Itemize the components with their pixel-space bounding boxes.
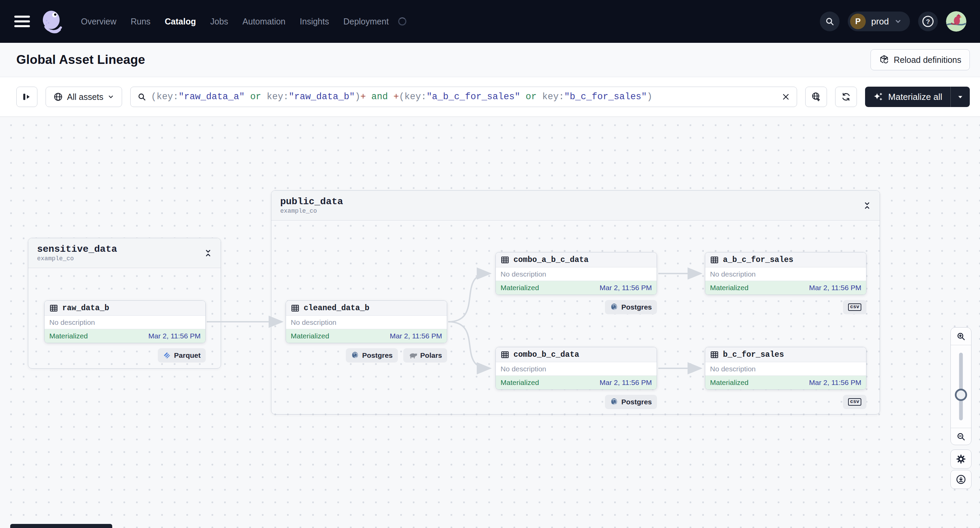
globe-plus-icon (811, 92, 821, 102)
asset-query-input[interactable]: (key: "raw_data_a" or key: "raw_data_b" … (130, 87, 797, 107)
table-icon (501, 255, 509, 264)
environment-switcher[interactable]: P prod (848, 11, 910, 31)
tag-postgres[interactable]: Postgres (346, 348, 398, 363)
asset-scope-selector[interactable]: All assets (46, 87, 122, 107)
view-scope-button[interactable] (805, 87, 827, 107)
asset-name: combo_a_b_c_data (514, 255, 589, 264)
toggle-sidebar-button[interactable] (16, 87, 37, 107)
asset-node-combo_a_b_c_data[interactable]: combo_a_b_c_data No description Material… (495, 252, 657, 295)
materialization-timestamp[interactable]: Mar 2, 11:56 PM (809, 284, 861, 292)
partial-toast (10, 524, 112, 528)
materialize-all-button[interactable]: Materialize all (865, 87, 950, 107)
nav-item-catalog[interactable]: Catalog (165, 17, 196, 27)
nav-item-jobs[interactable]: Jobs (210, 17, 228, 27)
nav-item-deployment[interactable]: Deployment (344, 17, 389, 27)
refresh-icon (841, 92, 851, 102)
asset-node-header: b_c_for_sales (705, 347, 866, 362)
chevron-down-icon (894, 17, 902, 25)
zoom-slider-track[interactable] (959, 353, 963, 420)
graph-settings-button[interactable] (950, 450, 972, 469)
asset-description: No description (496, 267, 657, 281)
asset-description: No description (45, 316, 205, 329)
user-avatar[interactable] (946, 11, 966, 32)
environment-avatar: P (850, 14, 866, 29)
materialization-timestamp[interactable]: Mar 2, 11:56 PM (809, 379, 861, 387)
global-search-button[interactable] (820, 11, 840, 31)
tag-postgres[interactable]: Postgres (605, 300, 657, 314)
download-image-button[interactable] (950, 470, 972, 489)
asset-tags: Postgres (495, 395, 657, 409)
materialization-timestamp[interactable]: Mar 2, 11:56 PM (148, 332, 200, 340)
nav-item-insights[interactable]: Insights (300, 17, 329, 27)
tag-postgres[interactable]: Postgres (605, 395, 657, 409)
search-icon (825, 17, 834, 26)
tag-label: Parquet (174, 351, 200, 360)
tag-polars[interactable]: Polars (403, 348, 447, 363)
reload-definitions-label: Reload definitions (894, 55, 961, 65)
zoom-out-button[interactable] (951, 428, 971, 445)
status-badge: Materialized (49, 332, 88, 340)
asset-node-header: cleaned_data_b (286, 301, 447, 316)
lineage-graph-canvas[interactable]: sensitive_data example_co public_data ex… (0, 117, 980, 528)
asset-node-cleaned_data_b[interactable]: cleaned_data_b No description Materializ… (286, 300, 447, 343)
zoom-slider-thumb[interactable] (955, 389, 967, 401)
status-badge: Materialized (501, 284, 539, 292)
search-icon (137, 92, 146, 101)
materialization-timestamp[interactable]: Mar 2, 11:56 PM (600, 284, 652, 292)
asset-node-raw_data_b[interactable]: raw_data_b No description Materialized M… (44, 300, 206, 343)
question-mark-icon: ? (921, 14, 935, 28)
tag-parquet[interactable]: Parquet (158, 348, 206, 363)
csv-icon: csv (848, 398, 861, 406)
parquet-icon (163, 351, 171, 360)
globe-icon (53, 92, 63, 101)
asset-name: cleaned_data_b (304, 304, 369, 312)
nav-item-overview[interactable]: Overview (81, 17, 116, 27)
zoom-in-button[interactable] (951, 328, 971, 345)
materialize-options-button[interactable] (951, 87, 970, 107)
panel-expand-icon (22, 92, 32, 101)
loading-spinner-icon (398, 17, 406, 25)
polars-icon (408, 352, 417, 359)
tag-csv[interactable]: csv (843, 395, 866, 409)
asset-name: a_b_c_for_sales (723, 255, 793, 264)
zoom-slider[interactable] (951, 345, 971, 428)
hamburger-menu-icon[interactable] (14, 16, 30, 27)
asset-name: raw_data_b (62, 304, 109, 312)
download-icon (956, 474, 966, 485)
status-badge: Materialized (501, 379, 539, 387)
help-button[interactable]: ? (918, 11, 938, 31)
asset-node-combo_b_c_data[interactable]: combo_b_c_data No description Materializ… (495, 347, 657, 390)
sparkles-icon (873, 92, 883, 102)
materialization-timestamp[interactable]: Mar 2, 11:56 PM (600, 379, 652, 387)
nav-item-runs[interactable]: Runs (130, 17, 150, 27)
status-badge: Materialized (710, 284, 748, 292)
dagster-logo-icon[interactable] (40, 9, 65, 33)
asset-tags: csv (705, 300, 866, 314)
tag-csv[interactable]: csv (843, 300, 866, 314)
reload-cube-icon (879, 55, 889, 65)
status-badge: Materialized (291, 332, 329, 340)
asset-status-row: Materialized Mar 2, 11:56 PM (45, 329, 205, 343)
postgres-icon (610, 303, 618, 311)
asset-scope-label: All assets (67, 92, 103, 102)
reload-definitions-button[interactable]: Reload definitions (870, 49, 970, 70)
zoom-controls (950, 327, 972, 445)
asset-node-a_b_c_for_sales[interactable]: a_b_c_for_sales No description Materiali… (705, 252, 866, 295)
table-icon (49, 304, 58, 312)
refresh-button[interactable] (835, 87, 857, 107)
asset-description: No description (496, 362, 657, 376)
asset-name: b_c_for_sales (723, 350, 784, 359)
asset-node-header: raw_data_b (45, 301, 205, 316)
asset-tags: Parquet (44, 348, 206, 363)
clear-query-button[interactable] (782, 93, 790, 101)
nav-right: P prod ? (820, 11, 966, 32)
materialization-timestamp[interactable]: Mar 2, 11:56 PM (390, 332, 442, 340)
tag-label: Postgres (621, 303, 652, 311)
caret-down-icon (957, 94, 964, 100)
chevron-down-icon (107, 94, 114, 100)
asset-node-b_c_for_sales[interactable]: b_c_for_sales No description Materialize… (705, 347, 866, 390)
svg-text:?: ? (926, 18, 930, 25)
tag-label: Postgres (621, 398, 652, 406)
asset-status-row: Materialized Mar 2, 11:56 PM (496, 281, 657, 295)
nav-item-automation[interactable]: Automation (242, 17, 285, 27)
